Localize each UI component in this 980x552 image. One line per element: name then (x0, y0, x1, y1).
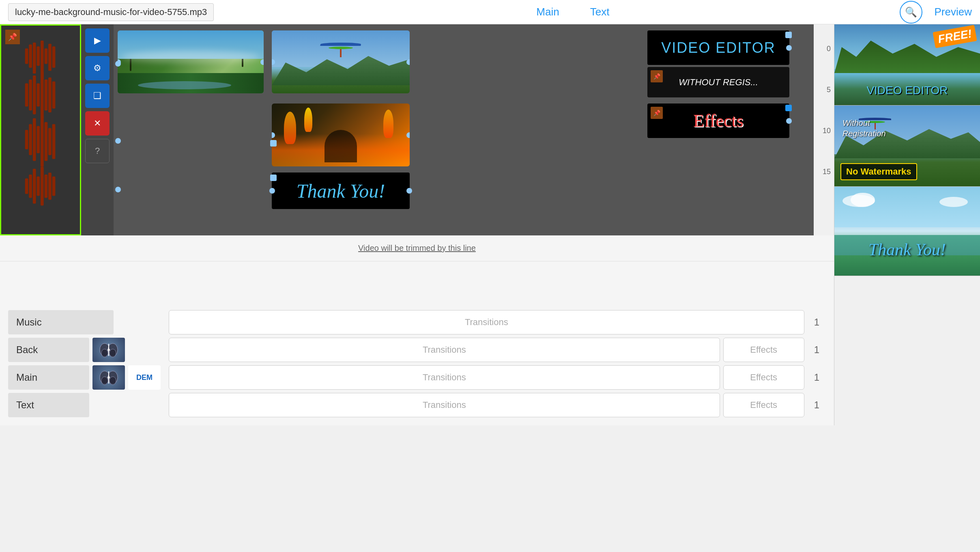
effects-label-2: Effects (750, 372, 777, 382)
search-button[interactable]: 🔍 (900, 1, 922, 24)
copy-button[interactable]: ❑ (85, 84, 110, 108)
search-icon: 🔍 (905, 6, 917, 18)
svg-rect-19 (37, 126, 40, 153)
transitions-label-1: Transitions (465, 317, 508, 327)
svg-point-40 (101, 377, 108, 385)
audio-pin-icon[interactable]: 📌 (5, 30, 20, 44)
row3-left-handle[interactable] (115, 187, 121, 192)
timeline-number-5: 5 (827, 86, 831, 94)
track2-right-marker[interactable] (785, 105, 792, 111)
butterfly-thumb-2 (92, 365, 125, 390)
preview-item-3[interactable]: Thank You! (834, 187, 980, 276)
transitions-btn-2[interactable]: Transitions (169, 338, 720, 362)
number-badge-4: 1 (808, 396, 826, 414)
effects-clip-handle[interactable] (786, 118, 792, 124)
header-tabs: Main Text (246, 4, 899, 20)
svg-rect-17 (29, 124, 32, 155)
effects-label-1: Effects (750, 345, 777, 355)
svg-rect-24 (25, 179, 28, 194)
preview-item-1[interactable]: FREE! VIDEO EDITOR (834, 24, 980, 106)
tab-main[interactable]: Main (533, 4, 562, 20)
track3-left-marker2[interactable] (270, 175, 277, 181)
thankyou-handle-left[interactable] (269, 188, 275, 194)
timeline-number-15: 15 (823, 168, 831, 176)
text-clip-thank-you[interactable]: Thank You! (272, 172, 410, 209)
main-button[interactable]: Main (8, 365, 89, 390)
clip-handle-right[interactable] (260, 59, 264, 65)
video-clip-hangglider[interactable] (272, 30, 410, 93)
transition-row-3: Transitions Effects 1 (169, 365, 826, 390)
delete-icon: ✕ (94, 118, 101, 129)
effects-label: Effects (693, 110, 744, 131)
preview-video-editor-label: VIDEO EDITOR (866, 84, 948, 97)
thankyou-handle-right[interactable] (406, 188, 412, 194)
controls-panel: ▶ ⚙ ❑ ✕ ? (81, 24, 114, 235)
filename-display: lucky-me-background-music-for-video-5755… (8, 3, 214, 21)
video-clip-landscape[interactable] (118, 30, 264, 93)
tab-text[interactable]: Text (587, 4, 613, 20)
video-clip-fire[interactable] (272, 104, 410, 166)
delete-button[interactable]: ✕ (85, 111, 110, 136)
text-row: Text (8, 393, 161, 417)
help-button[interactable]: ? (85, 139, 110, 163)
row1-left-handle[interactable] (115, 61, 121, 67)
editor-area: 📌 (0, 24, 834, 235)
preview-without-regis-label: WithoutRegistration (842, 118, 886, 139)
transitions-btn-1[interactable]: Transitions (169, 310, 804, 334)
butterfly-icon-2 (99, 369, 119, 386)
no-watermarks-badge: No Watermarks (840, 163, 917, 180)
svg-rect-28 (41, 167, 44, 206)
svg-rect-0 (25, 48, 28, 64)
main-content: 📌 (0, 24, 980, 425)
track1-right-marker[interactable] (785, 32, 792, 38)
text-clip-without-regis[interactable]: 📌 WITHOUT REGIS... (647, 67, 789, 97)
svg-rect-29 (45, 175, 48, 198)
timeline-number-0: 0 (827, 45, 831, 53)
svg-rect-14 (48, 78, 52, 112)
transitions-btn-4[interactable]: Transitions (169, 393, 720, 417)
text-clip-effects[interactable]: 📌 Effects (647, 104, 789, 138)
track-area: VIDEO EDITOR 📌 WITHOUT REGIS... (114, 24, 814, 235)
tab-preview[interactable]: Preview (935, 6, 972, 18)
transitions-label-3: Transitions (423, 372, 466, 382)
effects-pin-icon: 📌 (651, 107, 663, 119)
music-button[interactable]: Music (8, 310, 114, 334)
svg-rect-20 (41, 116, 44, 167)
preview-item-2[interactable]: WithoutRegistration No Watermarks (834, 106, 980, 187)
effects-label-3: Effects (750, 400, 777, 410)
effects-btn-2[interactable]: Effects (723, 365, 804, 390)
trim-notice: Video will be trimmed by this line (0, 235, 834, 261)
row2-left-handle[interactable] (115, 138, 121, 144)
svg-rect-11 (37, 83, 40, 106)
bottom-section: Music Back Ma (0, 302, 834, 425)
svg-point-43 (107, 376, 110, 379)
number-badge-1: 1 (808, 313, 826, 331)
svg-rect-1 (29, 45, 32, 68)
svg-rect-16 (25, 130, 28, 149)
main-row: Main DEM (8, 365, 161, 390)
svg-rect-25 (29, 175, 32, 198)
text-button[interactable]: Text (8, 393, 89, 417)
back-row: Back (8, 338, 161, 362)
play-icon: ▶ (94, 35, 101, 46)
effects-btn-1[interactable]: Effects (723, 338, 804, 362)
track3-left-marker[interactable] (270, 140, 277, 147)
clip-hangglider-handle-right[interactable] (406, 59, 410, 65)
transitions-btn-3[interactable]: Transitions (169, 365, 720, 390)
preview-panel: FREE! VIDEO EDITOR WithoutRegistration N… (834, 24, 980, 425)
svg-rect-8 (25, 83, 28, 106)
svg-point-34 (101, 349, 108, 357)
text-clip1-handle[interactable] (786, 45, 792, 51)
transition-row-2: Transitions Effects 1 (169, 338, 826, 362)
transitions-label-4: Transitions (423, 400, 466, 410)
play-button[interactable]: ▶ (85, 28, 110, 53)
svg-rect-5 (45, 48, 48, 64)
settings-button[interactable]: ⚙ (85, 56, 110, 80)
preview-thank-you-label: Thank You! (868, 240, 946, 259)
fire-clip-handle-right[interactable] (406, 132, 410, 138)
effects-btn-3[interactable]: Effects (723, 393, 804, 417)
svg-rect-2 (33, 43, 36, 74)
video-editor-label: VIDEO EDITOR (661, 39, 775, 56)
text-clip-video-editor[interactable]: VIDEO EDITOR (647, 30, 789, 65)
back-button[interactable]: Back (8, 338, 89, 362)
